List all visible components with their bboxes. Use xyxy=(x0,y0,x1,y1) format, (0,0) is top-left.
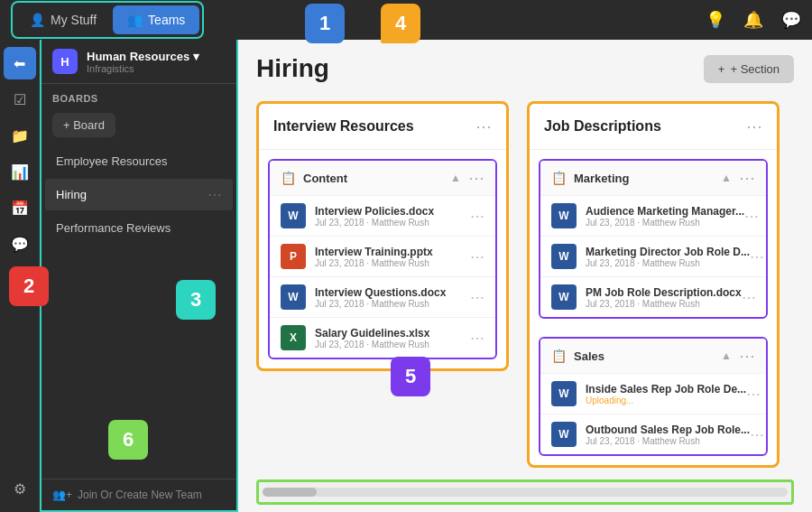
horizontal-scrollbar[interactable] xyxy=(256,479,794,505)
file-name: Marketing Director Job Role D... xyxy=(586,246,750,258)
file-more-options-icon[interactable]: ⋯ xyxy=(750,248,764,265)
file-item[interactable]: W Interview Questions.docx Jul 23, 2018 … xyxy=(270,276,495,317)
team-info: Human Resources ▾ Infragistics xyxy=(87,50,226,74)
file-more-options-icon[interactable]: ⋯ xyxy=(744,208,759,225)
join-create-team[interactable]: 👥+ Join Or Create New Team xyxy=(42,479,236,510)
board-more-options-icon[interactable]: ⋯ xyxy=(746,116,762,136)
sidebar-label-employee-resources: Employee Resources xyxy=(56,154,168,168)
file-item[interactable]: W PM Job Role Description.docx Jul 23, 2… xyxy=(540,276,766,317)
file-more-options-icon[interactable]: ⋯ xyxy=(750,426,764,443)
team-name[interactable]: Human Resources ▾ xyxy=(87,50,226,63)
chat-icon[interactable]: 💬 xyxy=(781,10,801,30)
top-tabs: 👤 My Stuff 👥 Teams xyxy=(11,1,204,39)
word-icon: W xyxy=(551,381,577,406)
word-icon: W xyxy=(551,203,577,228)
section-icon: 📋 xyxy=(551,349,567,363)
sidebar-label-performance-reviews: Performance Reviews xyxy=(56,221,171,235)
file-item[interactable]: X Salary Guidelines.xlsx Jul 23, 2018 · … xyxy=(270,317,495,358)
icon-bar: ⬅ ☑ 📁 📊 📅 💬 ⚙ xyxy=(0,40,40,512)
nav-chat[interactable]: 💬 xyxy=(4,228,36,260)
add-section-button[interactable]: + + Section xyxy=(704,55,794,83)
team-subtext: Infragistics xyxy=(87,63,226,74)
file-meta: Jul 23, 2018 · Matthew Rush xyxy=(315,299,446,309)
section-more-options-icon[interactable]: ⋯ xyxy=(739,346,755,366)
file-more-options-icon[interactable]: ⋯ xyxy=(470,248,484,265)
more-options-icon[interactable]: ⋯ xyxy=(208,186,222,203)
file-name: Interview Policies.docx xyxy=(315,205,434,218)
file-item[interactable]: W Inside Sales Rep Job Role De... Upload… xyxy=(540,373,766,414)
file-more-options-icon[interactable]: ⋯ xyxy=(742,289,756,306)
file-more-options-icon[interactable]: ⋯ xyxy=(470,289,484,306)
file-item[interactable]: W Outbound Sales Rep Job Role... Jul 23,… xyxy=(540,414,766,454)
tabs-container: 👤 My Stuff 👥 Teams xyxy=(11,1,204,39)
board-card-header: Interview Resources ⋯ xyxy=(259,104,506,150)
board-card-job-descriptions: Job Descriptions ⋯ 📋 Marketing ▲ xyxy=(527,101,780,468)
tab-teams[interactable]: 👥 Teams xyxy=(113,5,199,34)
section-title: Content xyxy=(303,172,347,185)
file-name: Interview Training.pptx xyxy=(315,246,433,258)
chevron-up-icon[interactable]: ▲ xyxy=(450,172,461,184)
file-meta: Jul 23, 2018 · Matthew Rush xyxy=(586,436,750,446)
word-icon: W xyxy=(281,284,306,310)
nav-files[interactable]: 📁 xyxy=(4,119,36,152)
file-more-options-icon[interactable]: ⋯ xyxy=(470,330,484,347)
scrollbar-thumb[interactable] xyxy=(263,488,317,497)
board-card-header: Job Descriptions ⋯ xyxy=(530,104,777,150)
add-team-icon: 👥+ xyxy=(52,489,72,501)
board-title: Interview Resources xyxy=(273,118,414,135)
content-header: Hiring + + Section xyxy=(238,40,812,92)
file-meta: Jul 23, 2018 · Matthew Rush xyxy=(315,218,434,228)
file-more-options-icon[interactable]: ⋯ xyxy=(746,386,761,403)
page-title: Hiring xyxy=(256,54,329,83)
scrollbar-track xyxy=(263,488,788,497)
section-more-options-icon[interactable]: ⋯ xyxy=(468,168,484,188)
word-icon: W xyxy=(551,422,577,447)
chevron-up-icon[interactable]: ▲ xyxy=(721,172,732,184)
file-meta: Jul 23, 2018 · Matthew Rush xyxy=(586,258,750,268)
section-more-options-icon[interactable]: ⋯ xyxy=(739,168,755,188)
sidebar-item-hiring[interactable]: Hiring ⋯ xyxy=(45,179,233,210)
sidebar: H Human Resources ▾ Infragistics BOARDS … xyxy=(40,40,238,512)
file-meta: Jul 23, 2018 · Matthew Rush xyxy=(586,299,742,309)
file-name: Inside Sales Rep Job Role De... xyxy=(586,383,746,396)
section-icon: 📋 xyxy=(551,171,567,185)
nav-chart[interactable]: 📊 xyxy=(4,155,36,188)
section-title: Marketing xyxy=(574,172,629,185)
word-icon: W xyxy=(551,284,577,310)
section-title: Sales xyxy=(574,349,604,363)
board-card-interview-resources: Interview Resources ⋯ 📋 Content ▲ ⋯ xyxy=(256,101,509,371)
ppt-icon: P xyxy=(281,244,306,269)
boards-area: Interview Resources ⋯ 📋 Content ▲ ⋯ xyxy=(238,92,812,479)
nav-settings[interactable]: ⚙ xyxy=(4,472,36,505)
plus-icon: + xyxy=(718,62,725,76)
sidebar-item-performance-reviews[interactable]: Performance Reviews ⋯ xyxy=(45,212,233,244)
file-more-options-icon[interactable]: ⋯ xyxy=(470,208,484,225)
section-header-content: 📋 Content ▲ ⋯ xyxy=(270,161,495,195)
nav-tasks[interactable]: ☑ xyxy=(4,83,36,116)
boards-label: BOARDS xyxy=(42,84,236,109)
board-more-options-icon[interactable]: ⋯ xyxy=(475,116,492,136)
nav-calendar[interactable]: 📅 xyxy=(4,191,36,224)
section-icon: 📋 xyxy=(281,171,296,185)
lightbulb-icon[interactable]: 💡 xyxy=(706,10,725,30)
file-item[interactable]: W Interview Policies.docx Jul 23, 2018 ·… xyxy=(270,195,495,236)
chevron-down-icon: ▾ xyxy=(193,50,199,63)
file-name: Salary Guidelines.xlsx xyxy=(315,327,429,340)
file-item[interactable]: W Audience Marketing Manager... Jul 23, … xyxy=(540,195,766,236)
file-name: Outbound Sales Rep Job Role... xyxy=(586,424,750,436)
sidebar-item-employee-resources[interactable]: Employee Resources ⋯ xyxy=(45,145,233,177)
file-name: PM Job Role Description.docx xyxy=(586,286,742,299)
file-name: Interview Questions.docx xyxy=(315,286,446,299)
file-meta: Jul 23, 2018 · Matthew Rush xyxy=(586,218,744,228)
file-item[interactable]: W Marketing Director Job Role D... Jul 2… xyxy=(540,236,766,276)
nav-home[interactable]: ⬅ xyxy=(4,47,36,79)
add-board-button[interactable]: + Board xyxy=(52,113,115,137)
bell-icon[interactable]: 🔔 xyxy=(743,10,763,30)
word-icon: W xyxy=(551,244,577,269)
section-content: 📋 Content ▲ ⋯ W xyxy=(268,159,497,359)
file-item[interactable]: P Interview Training.pptx Jul 23, 2018 ·… xyxy=(270,236,495,276)
tab-my-stuff[interactable]: 👤 My Stuff xyxy=(15,5,111,34)
chevron-up-icon[interactable]: ▲ xyxy=(721,349,732,362)
top-bar: 👤 My Stuff 👥 Teams 💡 🔔 💬 xyxy=(0,0,812,40)
file-meta-uploading: Uploading... xyxy=(586,396,746,405)
